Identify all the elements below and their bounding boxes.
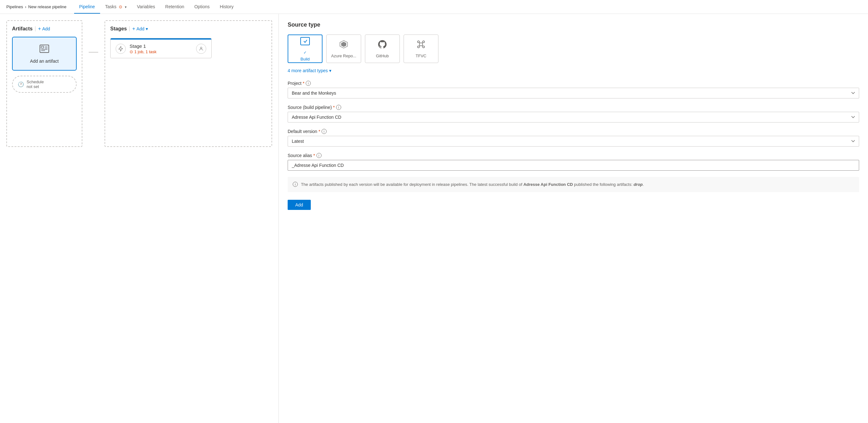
chevron-down-icon: ▾: [329, 68, 331, 73]
tasks-badge: ⊙: [119, 4, 122, 9]
build-icon: [300, 36, 310, 48]
build-check: ✓: [304, 50, 307, 55]
stage-name: Stage 1: [130, 43, 192, 49]
stage-user-icon[interactable]: [196, 44, 206, 54]
svg-line-19: [422, 45, 423, 46]
artifact-card-label: Add an artifact: [30, 59, 59, 64]
source-type-build[interactable]: ✓ Build: [288, 34, 322, 63]
default-version-info-icon[interactable]: i: [321, 129, 327, 134]
breadcrumb[interactable]: Pipelines › New release pipeline: [6, 4, 66, 9]
top-nav: Pipelines › New release pipeline Pipelin…: [0, 0, 868, 14]
add-artifact-button[interactable]: + Add: [38, 26, 50, 32]
source-alias-field-group: Source alias * i: [288, 153, 859, 171]
add-button[interactable]: Add: [288, 200, 311, 210]
svg-line-17: [422, 43, 423, 44]
source-type-tfvc[interactable]: TFVC: [404, 34, 438, 63]
svg-rect-1: [41, 46, 44, 48]
add-artifact-label: Add: [42, 26, 50, 31]
plus-icon: +: [38, 26, 41, 32]
breadcrumb-pipelines[interactable]: Pipelines: [6, 4, 23, 9]
schedule-card[interactable]: 🕐 Schedulenot set: [12, 76, 77, 93]
source-alias-input[interactable]: [288, 160, 859, 171]
tfvc-icon: [416, 39, 426, 52]
panel-title: Source type: [288, 22, 859, 28]
more-artifact-types-label: 4 more artifact types: [288, 68, 328, 73]
svg-marker-6: [119, 46, 123, 51]
source-alias-info-icon[interactable]: i: [316, 153, 321, 158]
stages-add-label: Add: [136, 26, 145, 31]
svg-rect-8: [301, 37, 310, 45]
source-info-icon[interactable]: i: [336, 105, 341, 110]
canvas-area: Artifacts + Add: [6, 20, 272, 147]
svg-point-7: [200, 47, 202, 49]
divider: [35, 26, 35, 31]
tab-tasks[interactable]: Tasks ⊙ ▾: [100, 0, 132, 13]
artifact-build-icon: [39, 44, 50, 56]
source-type-grid: ✓ Build Azure Repo... GitHu: [288, 34, 859, 63]
source-alias-label: Source alias * i: [288, 153, 859, 158]
breadcrumb-current: New release pipeline: [28, 4, 66, 9]
tab-variables[interactable]: Variables: [132, 0, 160, 13]
svg-point-13: [423, 41, 425, 43]
source-select[interactable]: Adresse Api Function CD: [288, 112, 859, 123]
svg-point-14: [417, 46, 420, 48]
default-version-required: *: [318, 129, 320, 134]
svg-point-12: [417, 41, 420, 43]
project-info-icon[interactable]: i: [306, 81, 311, 86]
stage-trigger-icon[interactable]: [116, 44, 126, 54]
more-artifact-types-link[interactable]: 4 more artifact types ▾: [288, 68, 331, 73]
stages-divider: [129, 26, 130, 31]
artifact-card[interactable]: Add an artifact: [12, 37, 77, 71]
tab-pipeline[interactable]: Pipeline: [74, 0, 100, 13]
stages-plus-icon: +: [132, 26, 135, 32]
nav-tabs: Pipeline Tasks ⊙ ▾ Variables Retention O…: [74, 0, 239, 13]
artifacts-label: Artifacts: [12, 26, 33, 32]
project-field-group: Project * i Bear and the Monkeys: [288, 81, 859, 98]
project-required: *: [303, 81, 304, 86]
source-type-github[interactable]: GitHub: [365, 34, 400, 63]
default-version-label: Default version * i: [288, 129, 859, 134]
tab-history[interactable]: History: [215, 0, 239, 13]
right-panel: Source type ✓ Build: [279, 14, 868, 423]
project-select[interactable]: Bear and the Monkeys: [288, 88, 859, 98]
left-panel: Artifacts + Add: [0, 14, 279, 423]
stages-label: Stages: [110, 26, 127, 32]
source-type-build-label: Build: [301, 57, 310, 61]
tab-retention[interactable]: Retention: [160, 0, 189, 13]
source-type-github-label: GitHub: [376, 54, 389, 58]
add-stage-button[interactable]: + Add ▾: [132, 26, 148, 32]
svg-point-15: [423, 46, 425, 48]
info-box-icon: i: [293, 182, 298, 187]
tasks-caret: ▾: [125, 5, 127, 9]
default-version-field-group: Default version * i Latest: [288, 129, 859, 147]
default-version-select[interactable]: Latest: [288, 136, 859, 147]
breadcrumb-separator: ›: [25, 4, 26, 9]
stages-caret-icon: ▾: [146, 26, 148, 31]
info-box: i The artifacts published by each versio…: [288, 177, 859, 192]
stage-card[interactable]: Stage 1 ⊙ 1 job, 1 task: [110, 38, 212, 58]
source-type-tfvc-label: TFVC: [415, 54, 426, 58]
stage-list: Stage 1 ⊙ 1 job, 1 task: [110, 38, 267, 58]
svg-line-16: [420, 43, 421, 44]
source-label: Source (build pipeline) * i: [288, 105, 859, 110]
source-type-azure-repo[interactable]: Azure Repo...: [326, 34, 361, 63]
github-icon: [377, 39, 388, 52]
tab-options[interactable]: Options: [189, 0, 214, 13]
stages-header: Stages + Add ▾: [110, 26, 267, 32]
source-field-group: Source (build pipeline) * i Adresse Api …: [288, 105, 859, 123]
artifacts-header: Artifacts + Add: [12, 26, 77, 32]
source-required: *: [333, 105, 335, 110]
azure-repo-icon: [339, 39, 349, 52]
stage-status: ⊙ 1 job, 1 task: [130, 50, 192, 54]
stage-card-body: Stage 1 ⊙ 1 job, 1 task: [111, 40, 211, 58]
stages-section: Stages + Add ▾: [104, 20, 272, 147]
source-type-azure-repo-label: Azure Repo...: [331, 54, 356, 58]
svg-line-18: [420, 45, 421, 46]
svg-marker-10: [341, 42, 346, 47]
stage-info: Stage 1 ⊙ 1 job, 1 task: [130, 43, 192, 54]
connector-line: [89, 52, 98, 53]
info-box-text: The artifacts published by each version …: [301, 182, 644, 188]
main-layout: Artifacts + Add: [0, 14, 868, 423]
project-label: Project * i: [288, 81, 859, 86]
connector: [89, 20, 98, 147]
